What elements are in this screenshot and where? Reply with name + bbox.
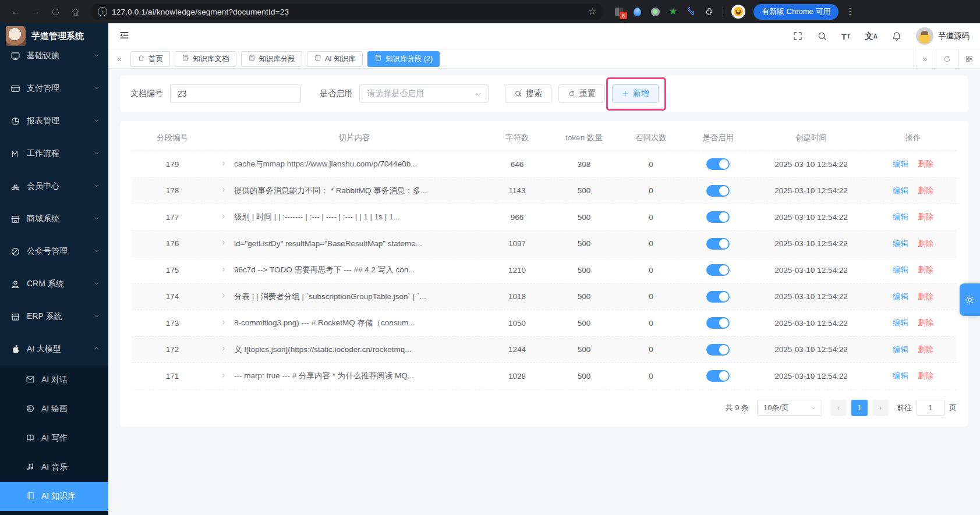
chevron-right-icon[interactable] (220, 213, 227, 222)
sidebar-fold-icon[interactable] (119, 30, 130, 43)
chevron-right-icon[interactable] (220, 186, 227, 195)
chevron-right-icon[interactable] (220, 319, 227, 328)
site-info-icon[interactable]: i (98, 7, 107, 16)
tabs-scroll-right-icon[interactable]: » (914, 49, 936, 68)
delete-link[interactable]: 删除 (918, 186, 933, 195)
cell-create-time: 2025-03-10 12:54:22 (753, 186, 869, 195)
enabled-toggle[interactable] (706, 344, 730, 356)
edit-link[interactable]: 编辑 (893, 345, 908, 354)
enabled-filter-select[interactable]: 请选择是否启用 (359, 84, 489, 103)
sidebar-item-label: 公众号管理 (27, 246, 87, 257)
delete-link[interactable]: 删除 (918, 239, 933, 248)
sidebar-item-支付管理[interactable]: 支付管理 (0, 72, 108, 105)
page-size-select[interactable]: 10条/页 (757, 400, 822, 416)
browser-forward-icon[interactable]: → (27, 3, 44, 20)
browser-back-icon[interactable]: ← (7, 3, 24, 20)
user-menu[interactable]: 芋道源码 (916, 27, 970, 45)
edit-link[interactable]: 编辑 (893, 318, 908, 327)
delete-link[interactable]: 删除 (918, 159, 933, 168)
star-extension-icon[interactable]: ★ (668, 6, 678, 17)
add-button[interactable]: 新增 (612, 84, 659, 103)
enabled-toggle[interactable] (706, 291, 730, 303)
enabled-toggle[interactable] (706, 370, 730, 382)
enabled-toggle[interactable] (706, 238, 730, 250)
record-extension-icon[interactable] (650, 6, 660, 17)
delete-link[interactable]: 删除 (918, 318, 933, 327)
enabled-toggle[interactable] (706, 211, 730, 223)
tabs-refresh-icon[interactable] (936, 49, 958, 68)
sidebar-item-商城系统[interactable]: 商城系统 (0, 203, 108, 235)
sidebar-subitem-AI 写作[interactable]: AI 写作 (0, 424, 108, 453)
tab-首页[interactable]: 首页 (130, 51, 170, 67)
tab-知识库文档[interactable]: 知识库文档 (175, 51, 236, 67)
delete-link[interactable]: 删除 (918, 371, 933, 380)
tabs-layout-icon[interactable] (958, 49, 980, 68)
font-size-icon[interactable]: TT (841, 31, 851, 41)
chevron-right-icon[interactable] (220, 345, 227, 354)
sidebar-item-会员中心[interactable]: 会员中心 (0, 170, 108, 203)
app-logo-row[interactable]: 芋道管理系统 (0, 23, 108, 49)
sidebar-subitem-AI 对话[interactable]: AI 对话 (0, 365, 108, 395)
doc-id-input[interactable] (170, 84, 301, 103)
bookmark-star-icon[interactable]: ☆ (589, 6, 596, 17)
search-button[interactable]: 搜索 (505, 84, 551, 103)
current-page-button[interactable]: 1 (851, 400, 868, 416)
col-header-content: 切片内容 (234, 133, 485, 143)
tab-AI 知识库[interactable]: AI 知识库 (307, 51, 363, 67)
browser-home-icon[interactable] (66, 3, 84, 20)
sidebar-subitem-AI 知识库[interactable]: AI 知识库 (0, 482, 108, 511)
next-page-button[interactable]: › (872, 400, 889, 416)
chrome-update-button[interactable]: 有新版 Chrome 可用 (753, 4, 839, 20)
layers-extension-icon[interactable] (686, 6, 696, 17)
extensions-puzzle-icon[interactable] (704, 6, 714, 17)
search-icon[interactable] (817, 31, 827, 41)
browser-reload-icon[interactable] (47, 3, 64, 20)
edit-link[interactable]: 编辑 (893, 159, 908, 168)
reset-button[interactable]: 重置 (558, 84, 605, 103)
chevron-right-icon[interactable] (220, 160, 227, 169)
sidebar-item-AI 大模型[interactable]: AI 大模型 (0, 333, 108, 365)
edit-link[interactable]: 编辑 (893, 186, 908, 195)
cell-content: cache与mmap https://www.jianshu.com/p/704… (234, 159, 485, 169)
sidebar-item-报表管理[interactable]: 报表管理 (0, 105, 108, 137)
edit-link[interactable]: 编辑 (893, 292, 908, 301)
translate-icon[interactable]: 文A (865, 31, 878, 42)
delete-link[interactable]: 删除 (918, 345, 933, 354)
sidebar-item-ERP 系统[interactable]: ERP 系统 (0, 300, 108, 333)
sidebar-item-公众号管理[interactable]: 公众号管理 (0, 235, 108, 268)
sidebar-subitem-AI 音乐[interactable]: AI 音乐 (0, 453, 108, 482)
enabled-toggle[interactable] (706, 317, 730, 329)
enabled-toggle[interactable] (706, 264, 730, 276)
chevron-right-icon[interactable] (220, 266, 227, 275)
sidebar-subitem-AI 绘画[interactable]: AI 绘画 (0, 395, 108, 424)
edit-link[interactable]: 编辑 (893, 371, 908, 380)
sidebar-item-工作流程[interactable]: 工作流程 (0, 137, 108, 170)
settings-drawer-button[interactable] (960, 283, 980, 316)
tabs-scroll-left-icon[interactable]: « (112, 54, 127, 63)
url-text[interactable]: 127.0.0.1/ai/knowledge/segment?documentI… (112, 8, 584, 16)
delete-link[interactable]: 删除 (918, 212, 933, 221)
chevron-right-icon[interactable] (220, 372, 227, 381)
sidebar-item-CRM 系统[interactable]: CRM 系统 (0, 268, 108, 300)
edit-link[interactable]: 编辑 (893, 265, 908, 274)
balloon-extension-icon[interactable] (632, 6, 642, 17)
prev-page-button[interactable]: ‹ (830, 400, 847, 416)
chevron-right-icon[interactable] (220, 239, 227, 248)
chevron-right-icon[interactable] (220, 292, 227, 301)
delete-link[interactable]: 删除 (918, 265, 933, 274)
notification-bell-icon[interactable] (891, 31, 902, 41)
browser-profile-avatar[interactable] (731, 5, 745, 19)
fullscreen-icon[interactable] (793, 31, 803, 41)
browser-menu-icon[interactable]: ⋮ (845, 6, 855, 17)
goto-page-input[interactable] (917, 400, 944, 416)
address-bar[interactable]: i 127.0.0.1/ai/knowledge/segment?documen… (91, 3, 603, 20)
edit-link[interactable]: 编辑 (893, 212, 908, 221)
delete-link[interactable]: 删除 (918, 292, 933, 301)
enabled-toggle[interactable] (706, 158, 730, 170)
extension-icon[interactable]: 6 (614, 6, 624, 17)
enabled-toggle[interactable] (706, 185, 730, 197)
tab-知识库分段[interactable]: 知识库分段 (241, 51, 303, 67)
tab-知识库分段 (2)[interactable]: 知识库分段 (2) (367, 51, 440, 67)
sidebar-item-label: 会员中心 (27, 181, 87, 191)
edit-link[interactable]: 编辑 (893, 239, 908, 248)
